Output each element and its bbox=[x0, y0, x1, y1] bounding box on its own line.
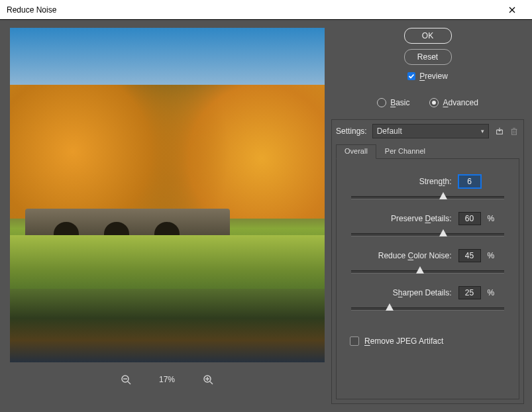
tab-overall-label: Overall bbox=[345, 147, 368, 155]
preview-label: Preview bbox=[419, 72, 448, 81]
ok-button[interactable]: OK bbox=[404, 28, 452, 44]
check-icon bbox=[408, 73, 415, 79]
remove-jpeg-row[interactable]: Remove JPEG Artifact bbox=[350, 336, 511, 346]
preserve-details-unit: % bbox=[488, 214, 497, 223]
param-preserve-details: Preserve Details: 60 % bbox=[345, 212, 511, 242]
strength-label: Strength: bbox=[359, 177, 452, 186]
zoom-in-icon bbox=[203, 374, 213, 385]
tab-body-overall: Strength: 6 Preserve Details: 60 % bbox=[336, 159, 519, 399]
settings-selected: Default bbox=[377, 127, 402, 136]
mode-advanced-label: Advanced bbox=[443, 98, 478, 107]
settings-select[interactable]: Default ▾ bbox=[372, 124, 489, 138]
tab-overall[interactable]: Overall bbox=[336, 144, 376, 159]
strength-value[interactable]: 6 bbox=[458, 175, 481, 188]
svg-line-4 bbox=[128, 382, 131, 384]
radio-advanced[interactable] bbox=[429, 98, 439, 107]
param-reduce-color: Reduce Color Noise: 45 % bbox=[345, 249, 511, 280]
svg-line-8 bbox=[210, 382, 213, 384]
chevron-down-icon: ▾ bbox=[481, 128, 484, 134]
radio-basic[interactable] bbox=[377, 98, 386, 107]
tab-per-channel-label: Per Channel bbox=[385, 147, 425, 155]
settings-label: Settings: bbox=[336, 127, 367, 136]
reset-button[interactable]: Reset bbox=[404, 49, 452, 65]
trash-icon bbox=[509, 127, 519, 136]
titlebar: Reduce Noise bbox=[0, 0, 532, 20]
close-button[interactable] bbox=[499, 1, 525, 19]
svg-rect-10 bbox=[512, 129, 517, 134]
preserve-details-label: Preserve Details: bbox=[359, 214, 452, 223]
remove-jpeg-checkbox[interactable] bbox=[350, 336, 359, 346]
reduce-color-slider[interactable] bbox=[351, 268, 504, 280]
sharpen-details-label: Sharpen Details: bbox=[359, 288, 452, 297]
mode-basic-label: Basic bbox=[390, 98, 409, 107]
delete-preset-button[interactable] bbox=[509, 126, 519, 136]
remove-jpeg-label: Remove JPEG Artifact bbox=[364, 336, 443, 346]
window-title: Reduce Noise bbox=[7, 5, 499, 15]
zoom-out-button[interactable] bbox=[121, 374, 131, 385]
close-icon bbox=[509, 7, 515, 13]
save-preset-icon bbox=[495, 127, 504, 136]
reduce-color-label: Reduce Color Noise: bbox=[359, 251, 452, 260]
mode-basic[interactable]: Basic bbox=[377, 98, 409, 107]
reduce-color-unit: % bbox=[488, 251, 497, 260]
reset-button-label: Reset bbox=[417, 52, 438, 62]
preserve-details-value[interactable]: 60 bbox=[458, 212, 481, 225]
strength-slider[interactable] bbox=[351, 193, 504, 205]
zoom-level: 17% bbox=[154, 375, 180, 384]
sharpen-details-value[interactable]: 25 bbox=[458, 286, 481, 299]
mode-advanced[interactable]: Advanced bbox=[429, 98, 478, 107]
save-preset-button[interactable] bbox=[494, 126, 505, 136]
sharpen-details-unit: % bbox=[488, 288, 497, 297]
zoom-in-button[interactable] bbox=[203, 374, 213, 385]
reduce-color-value[interactable]: 45 bbox=[458, 249, 481, 262]
preview-checkbox[interactable] bbox=[407, 72, 415, 80]
tab-per-channel[interactable]: Per Channel bbox=[376, 144, 434, 159]
preview-toggle[interactable]: Preview bbox=[407, 72, 448, 81]
param-strength: Strength: 6 bbox=[345, 175, 511, 205]
zoom-out-icon bbox=[121, 374, 131, 385]
preserve-details-slider[interactable] bbox=[351, 231, 504, 242]
ok-button-label: OK bbox=[422, 31, 433, 40]
preview-image[interactable] bbox=[10, 28, 325, 362]
param-sharpen-details: Sharpen Details: 25 % bbox=[345, 286, 511, 317]
settings-panel: Settings: Default ▾ bbox=[331, 119, 524, 404]
sharpen-details-slider[interactable] bbox=[351, 305, 504, 317]
